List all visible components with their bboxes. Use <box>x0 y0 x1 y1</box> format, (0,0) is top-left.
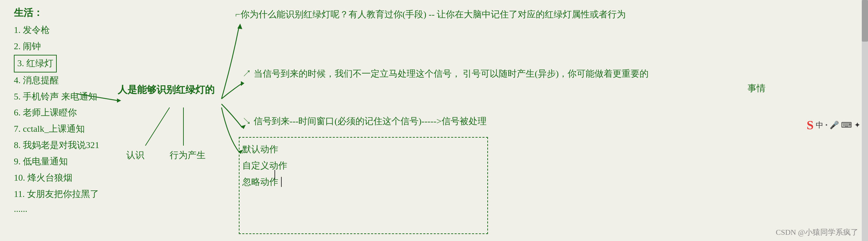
list-item-4: 4. 消息提醒 <box>14 72 111 89</box>
right-branch-mid: ↗ 当信号到来的时候，我们不一定立马处理这个信号， 引号可以随时产生(异步)，你… <box>242 67 831 95</box>
sogou-mic-icon: 🎤 <box>830 121 839 130</box>
sogou-star-icon: ✦ <box>854 121 860 130</box>
dashed-item-3: 忽略动作 <box>242 174 287 190</box>
list-title: 生活： <box>14 6 111 19</box>
list-item-3: 3. 红绿灯 <box>17 58 53 69</box>
dashed-item-2: 自定义动作 <box>242 158 287 174</box>
svg-line-6 <box>145 107 170 146</box>
list-item-11: 11. 女朋友把你拉黑了 <box>14 186 111 203</box>
sogou-zhong-icon: 中 <box>816 120 823 130</box>
sogou-dot-icon: • <box>825 122 828 129</box>
list-item-8: 8. 我妈老是对我说321 <box>14 137 111 154</box>
left-list: 生活： 1. 发令枪 2. 闹钟 3. 红绿灯 4. 消息提醒 5. 手机铃声 … <box>14 6 111 214</box>
bottom-credit: CSDN @小猿同学系疯了 <box>776 227 858 238</box>
list-item-9: 9. 低电量通知 <box>14 154 111 170</box>
list-item-10: 10. 烽火台狼烟 <box>14 170 111 186</box>
main-container: 生活： 1. 发令枪 2. 闹钟 3. 红绿灯 4. 消息提醒 5. 手机铃声 … <box>0 0 868 241</box>
right-branch-lower: ↘ 信号到来---时间窗口(必须的记住这个信号)----->信号被处理 <box>242 115 487 127</box>
list-item-7: 7. cctalk_上课通知 <box>14 121 111 137</box>
svg-marker-1 <box>117 98 121 103</box>
list-item-5: 5. 手机铃声 来电通知 <box>14 89 111 105</box>
dashed-box-content: 默认动作 自定义动作 忽略动作 <box>242 141 287 190</box>
svg-marker-2 <box>237 24 242 29</box>
list-item-1: 1. 发令枪 <box>14 22 111 38</box>
sub-node-behavior: 行为产生 <box>170 149 206 161</box>
sogou-s-icon: S <box>807 118 814 132</box>
scrollbar[interactable] <box>862 0 868 241</box>
right-branch-top: ⌐你为什么能识别红绿灯呢？有人教育过你(手段) -- 让你在大脑中记住了对应的红… <box>235 8 844 21</box>
sogou-input-icon: ⌨ <box>841 121 852 130</box>
list-item-3-highlighted: 3. 红绿灯 <box>14 55 57 72</box>
list-item-2: 2. 闹钟 <box>14 38 111 55</box>
center-node: 人是能够识别红绿灯的 <box>118 83 215 96</box>
sogou-bar: S 中 • 🎤 ⌨ ✦ <box>807 118 860 132</box>
text-cursor <box>274 170 275 180</box>
list-item-6: 6. 老师上课瞪你 <box>14 105 111 121</box>
list-dots: ...... <box>14 204 111 214</box>
sub-node-recognize: 认识 <box>126 149 144 161</box>
dashed-item-1: 默认动作 <box>242 141 287 158</box>
scrollbar-thumb[interactable] <box>862 0 868 42</box>
